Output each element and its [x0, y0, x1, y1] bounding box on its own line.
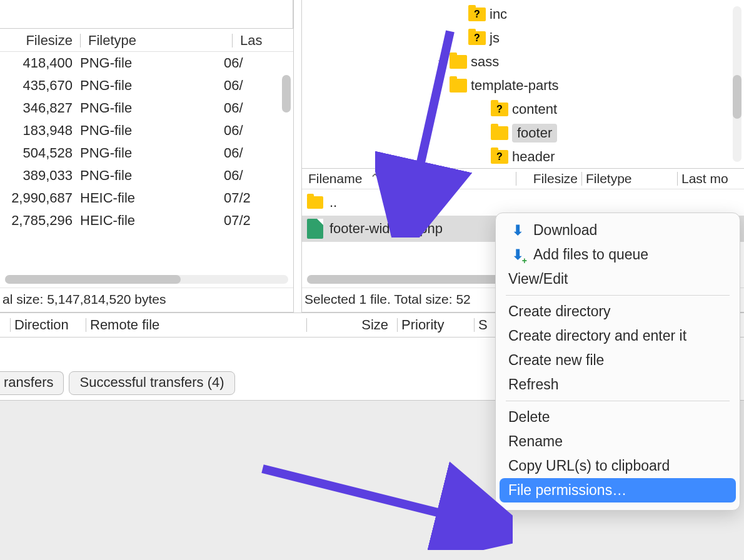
col-r-lastmod[interactable]: Last mo	[681, 171, 740, 186]
local-hscroll-thumb[interactable]	[5, 275, 181, 284]
local-status: al size: 5,147,814,520 bytes	[0, 288, 293, 312]
folder-icon	[468, 31, 486, 45]
local-file-row[interactable]: 2,990,687HEIC-file07/2	[0, 187, 293, 209]
ctx-refresh[interactable]: Refresh	[500, 372, 736, 397]
remote-tree-vscroll-thumb[interactable]	[733, 75, 741, 119]
col-filesize[interactable]: Filesize	[0, 32, 76, 49]
local-file-pane: Filesize Filetype Las 418,400PNG-file06/…	[0, 0, 294, 312]
cell-lastmod: 06/	[220, 142, 293, 164]
cell-filesize: 504,528	[0, 142, 76, 164]
ctx-separator	[506, 295, 730, 296]
download-plus-icon: ⬇	[512, 247, 523, 263]
local-tree-placeholder	[0, 0, 293, 29]
col-direction[interactable]: Direction	[14, 317, 82, 333]
cell-lastmod: 06/	[220, 52, 293, 74]
ctx-create-directory[interactable]: Create directory	[500, 299, 736, 324]
remote-hscroll-thumb[interactable]	[307, 275, 501, 284]
ctx-file-permissions[interactable]: File permissions…	[500, 478, 736, 502]
local-column-headers[interactable]: Filesize Filetype Las	[0, 32, 293, 52]
cell-filetype: HEIC-file	[76, 209, 220, 232]
tree-node-label: footer	[512, 124, 557, 142]
remote-directory-tree[interactable]: incjs›sass⌄template-partscontentfooterhe…	[302, 0, 744, 169]
tree-node-label: content	[512, 101, 557, 118]
cell-filetype: PNG-file	[76, 164, 220, 187]
remote-tree-vscroll[interactable]	[733, 6, 741, 162]
cell-filesize: 2,785,296	[0, 209, 76, 232]
ctx-rename[interactable]: Rename	[500, 429, 736, 454]
tree-node-label: sass	[471, 54, 499, 70]
cell-filesize: 183,948	[0, 119, 76, 142]
local-file-row[interactable]: 418,400PNG-file06/	[0, 52, 293, 74]
ctx-download[interactable]: ⬇ Download	[500, 218, 736, 242]
col-r-filesize[interactable]: Filesize	[520, 171, 578, 186]
cell-filetype: PNG-file	[76, 52, 220, 74]
folder-icon	[307, 196, 323, 209]
local-file-row[interactable]: 2,785,296HEIC-file07/2	[0, 209, 293, 232]
cell-filesize: 2,990,687	[0, 187, 76, 209]
tab-successful-transfers[interactable]: Successful transfers (4)	[69, 371, 234, 395]
col-remote-file[interactable]: Remote file	[90, 317, 303, 333]
tab-failed-transfers[interactable]: ransfers	[0, 371, 64, 395]
ctx-add-to-queue[interactable]: ⬇ Add files to queue	[500, 242, 736, 267]
download-arrow-icon: ⬇	[512, 222, 523, 239]
local-file-row[interactable]: 183,948PNG-file06/	[0, 119, 293, 142]
ctx-create-file[interactable]: Create new file	[500, 348, 736, 372]
expander-icon[interactable]: ⌄	[433, 79, 446, 92]
col-filetype[interactable]: Filetype	[84, 32, 228, 49]
cell-filetype: PNG-file	[76, 97, 220, 119]
parent-dir-label: ..	[329, 194, 337, 211]
local-vscroll-thumb[interactable]	[282, 75, 291, 112]
col-status[interactable]: S	[478, 317, 488, 333]
tree-node-label: header	[512, 149, 555, 165]
parent-dir-row[interactable]: ..	[302, 189, 744, 216]
local-hscroll[interactable]	[5, 275, 288, 284]
local-file-row[interactable]: 389,033PNG-file06/	[0, 164, 293, 187]
tree-node[interactable]: content	[302, 98, 744, 121]
folder-icon	[450, 79, 467, 92]
tree-node-label: js	[490, 30, 500, 46]
sort-asc-icon: ⌃	[369, 171, 381, 186]
local-file-row[interactable]: 346,827PNG-file06/	[0, 97, 293, 119]
local-file-row[interactable]: 504,528PNG-file06/	[0, 142, 293, 164]
tree-node-label: inc	[490, 6, 507, 22]
tree-node[interactable]: inc	[302, 2, 744, 26]
folder-icon	[468, 8, 486, 21]
col-r-filetype[interactable]: Filetype	[586, 171, 673, 186]
expander-icon[interactable]: ›	[433, 56, 446, 68]
cell-filetype: PNG-file	[76, 142, 220, 164]
tree-node[interactable]: header	[302, 145, 744, 169]
cell-filesize: 418,400	[0, 52, 76, 74]
cell-filetype: PNG-file	[76, 74, 220, 97]
cell-filetype: PNG-file	[76, 119, 220, 142]
col-lastmod[interactable]: Las	[236, 32, 293, 49]
tree-node[interactable]: ›sass	[302, 50, 744, 74]
col-filename[interactable]: Filename ⌃	[306, 171, 512, 186]
folder-icon	[491, 126, 508, 140]
cell-lastmod: 06/	[220, 164, 293, 187]
ctx-view-edit[interactable]: View/Edit	[500, 267, 736, 291]
tree-node-label: template-parts	[471, 78, 559, 94]
context-menu: ⬇ Download ⬇ Add files to queue View/Edi…	[495, 212, 740, 511]
cell-filetype: HEIC-file	[76, 187, 220, 209]
php-file-icon	[307, 219, 323, 239]
remote-column-headers[interactable]: Filename ⌃ Filesize Filetype Last mo	[302, 169, 744, 189]
folder-icon	[491, 102, 508, 116]
ctx-create-directory-enter[interactable]: Create directory and enter it	[500, 324, 736, 348]
cell-filesize: 346,827	[0, 97, 76, 119]
col-size[interactable]: Size	[311, 317, 393, 333]
cell-lastmod: 06/	[220, 119, 293, 142]
tree-node[interactable]: footer	[302, 121, 744, 145]
ctx-copy-url[interactable]: Copy URL(s) to clipboard	[500, 454, 736, 478]
folder-icon	[450, 55, 467, 69]
local-file-row[interactable]: 435,670PNG-file06/	[0, 74, 293, 97]
tree-node[interactable]: ⌄template-parts	[302, 74, 744, 98]
folder-icon	[491, 150, 508, 164]
tree-node[interactable]: js	[302, 26, 744, 50]
cell-lastmod: 07/2	[220, 209, 293, 232]
cell-lastmod: 07/2	[220, 187, 293, 209]
local-file-list[interactable]: 418,400PNG-file06/435,670PNG-file06/346,…	[0, 52, 293, 271]
ctx-delete[interactable]: Delete	[500, 405, 736, 429]
cell-filesize: 435,670	[0, 74, 76, 97]
cell-filesize: 389,033	[0, 164, 76, 187]
col-priority[interactable]: Priority	[401, 317, 470, 333]
